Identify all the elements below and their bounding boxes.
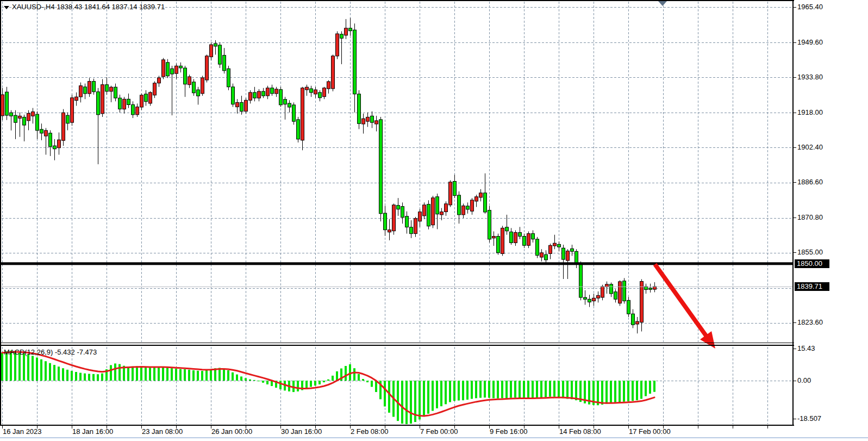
candle-body[interactable] bbox=[319, 92, 322, 98]
candle-body[interactable] bbox=[440, 212, 444, 215]
candle-body[interactable] bbox=[227, 69, 230, 87]
candle-body[interactable] bbox=[432, 198, 435, 225]
candlestick-series[interactable] bbox=[1, 28, 657, 325]
candle-body[interactable] bbox=[175, 66, 178, 73]
candle-body[interactable] bbox=[445, 204, 448, 212]
candle-body[interactable] bbox=[305, 87, 309, 90]
candle-body[interactable] bbox=[353, 30, 357, 94]
candle-body[interactable] bbox=[471, 200, 474, 211]
candle-body[interactable] bbox=[462, 206, 465, 215]
candle-body[interactable] bbox=[36, 114, 39, 131]
candle-body[interactable] bbox=[436, 197, 439, 214]
candle-body[interactable] bbox=[349, 28, 352, 31]
candle-body[interactable] bbox=[240, 102, 243, 111]
candle-body[interactable] bbox=[279, 90, 283, 105]
candle-body[interactable] bbox=[488, 210, 491, 239]
candle-body[interactable] bbox=[136, 107, 139, 115]
candle-body[interactable] bbox=[532, 234, 535, 239]
candle-body[interactable] bbox=[379, 120, 383, 214]
candle-body[interactable] bbox=[58, 140, 61, 148]
candle-body[interactable] bbox=[610, 284, 613, 294]
candle-body[interactable] bbox=[627, 300, 630, 314]
symbol-dropdown-icon[interactable] bbox=[4, 6, 9, 9]
candle-body[interactable] bbox=[536, 239, 539, 256]
candle-body[interactable] bbox=[479, 193, 483, 197]
chart-shift-marker-icon[interactable] bbox=[658, 1, 667, 6]
candle-body[interactable] bbox=[197, 90, 200, 96]
candle-body[interactable] bbox=[427, 204, 430, 226]
candle-body[interactable] bbox=[275, 89, 278, 94]
candle-body[interactable] bbox=[1, 95, 4, 116]
candle-body[interactable] bbox=[5, 92, 9, 115]
candle-body[interactable] bbox=[562, 248, 565, 259]
candle-body[interactable] bbox=[192, 82, 196, 93]
candle-body[interactable] bbox=[18, 116, 22, 118]
candle-body[interactable] bbox=[145, 94, 148, 102]
candle-body[interactable] bbox=[449, 182, 452, 205]
candle-body[interactable] bbox=[540, 253, 544, 257]
candle-body[interactable] bbox=[75, 97, 78, 101]
candle-body[interactable] bbox=[453, 182, 457, 196]
candle-body[interactable] bbox=[258, 91, 261, 98]
candle-body[interactable] bbox=[201, 78, 204, 94]
candle-body[interactable] bbox=[101, 85, 104, 114]
candle-body[interactable] bbox=[97, 92, 100, 115]
trend-arrow-shaft[interactable] bbox=[655, 264, 708, 338]
candle-body[interactable] bbox=[14, 115, 17, 122]
horizontal-line-1850[interactable] bbox=[0, 262, 792, 265]
candle-body[interactable] bbox=[127, 99, 130, 104]
candle-body[interactable] bbox=[327, 82, 330, 89]
candle-body[interactable] bbox=[414, 219, 417, 234]
candle-body[interactable] bbox=[297, 120, 300, 139]
candle-body[interactable] bbox=[62, 113, 65, 140]
candle-body[interactable] bbox=[549, 245, 552, 253]
candle-body[interactable] bbox=[205, 56, 209, 80]
candle-body[interactable] bbox=[10, 113, 13, 116]
candle-body[interactable] bbox=[132, 105, 135, 115]
candle-body[interactable] bbox=[423, 205, 426, 216]
candle-body[interactable] bbox=[84, 87, 87, 94]
candle-body[interactable] bbox=[640, 282, 644, 322]
candle-body[interactable] bbox=[510, 232, 513, 243]
candle-body[interactable] bbox=[210, 45, 213, 57]
candle-body[interactable] bbox=[419, 212, 422, 221]
candle-body[interactable] bbox=[588, 299, 591, 302]
candle-body[interactable] bbox=[218, 45, 222, 64]
candle-body[interactable] bbox=[79, 86, 83, 97]
candle-body[interactable] bbox=[245, 100, 248, 111]
candle-body[interactable] bbox=[262, 91, 265, 96]
candle-body[interactable] bbox=[340, 34, 344, 38]
candle-body[interactable] bbox=[332, 56, 335, 89]
candle-body[interactable] bbox=[188, 77, 191, 85]
price-axis-line[interactable] bbox=[792, 0, 794, 426]
chart-canvas[interactable] bbox=[0, 0, 868, 441]
time-axis-line[interactable] bbox=[0, 425, 794, 426]
candle-body[interactable] bbox=[253, 92, 257, 98]
candle-body[interactable] bbox=[371, 116, 374, 122]
candle-body[interactable] bbox=[45, 131, 48, 136]
candle-body[interactable] bbox=[288, 103, 291, 107]
candle-body[interactable] bbox=[410, 227, 413, 234]
candle-body[interactable] bbox=[475, 197, 478, 201]
candle-body[interactable] bbox=[519, 233, 522, 237]
candle-body[interactable] bbox=[162, 60, 165, 77]
candle-body[interactable] bbox=[623, 281, 626, 301]
candle-body[interactable] bbox=[636, 321, 639, 324]
candle-body[interactable] bbox=[223, 55, 226, 71]
candle-body[interactable] bbox=[92, 82, 96, 92]
candle-body[interactable] bbox=[592, 298, 596, 301]
candle-body[interactable] bbox=[301, 88, 304, 140]
candle-body[interactable] bbox=[384, 213, 387, 230]
candle-body[interactable] bbox=[571, 249, 574, 251]
panel-separator-top[interactable] bbox=[0, 343, 794, 343]
candle-body[interactable] bbox=[514, 233, 517, 243]
candle-body[interactable] bbox=[53, 146, 57, 149]
candle-body[interactable] bbox=[249, 92, 252, 100]
candle-body[interactable] bbox=[171, 69, 174, 74]
candle-body[interactable] bbox=[375, 121, 378, 124]
candle-body[interactable] bbox=[401, 207, 404, 218]
candle-body[interactable] bbox=[105, 85, 109, 91]
candle-body[interactable] bbox=[158, 78, 161, 83]
candle-body[interactable] bbox=[505, 227, 509, 231]
candle-body[interactable] bbox=[27, 113, 30, 121]
